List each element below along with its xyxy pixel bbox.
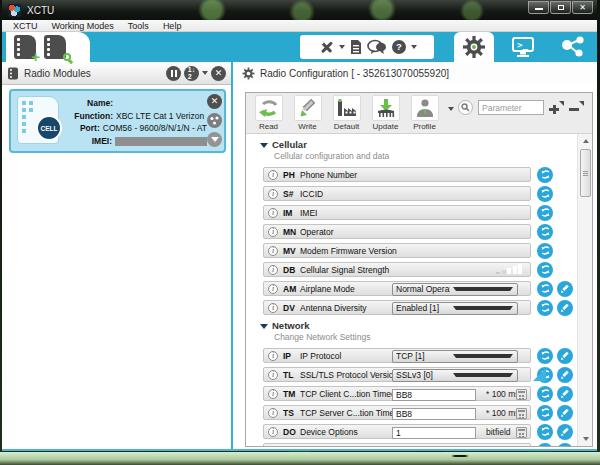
write-param-button[interactable] xyxy=(557,300,573,316)
info-icon[interactable]: i xyxy=(268,284,278,294)
sort-dropdown-icon[interactable] xyxy=(202,71,208,75)
section-header[interactable]: Cellular xyxy=(260,139,592,150)
section-header[interactable]: Network xyxy=(260,320,592,331)
param-select[interactable]: SSLv3 [0] xyxy=(392,369,518,382)
info-icon[interactable]: i xyxy=(268,351,278,361)
parameter-row-box[interactable]: i TS TCP Server C...tion Timeout * 100 m… xyxy=(263,405,531,420)
parameter-row-box[interactable]: i DB Cellular Signal Strength xyxy=(263,262,531,277)
menu-help[interactable]: Help xyxy=(156,21,189,31)
scroll-down-icon[interactable] xyxy=(579,433,592,445)
expand-all-icon[interactable] xyxy=(549,101,564,114)
tab-configuration[interactable] xyxy=(454,32,494,62)
add-module-icon[interactable]: + xyxy=(14,35,36,59)
parameter-row-box[interactable]: i DO Device Options bitfield xyxy=(263,424,531,439)
read-param-button[interactable] xyxy=(537,186,553,202)
read-param-button[interactable] xyxy=(537,348,553,364)
info-icon[interactable]: i xyxy=(268,389,278,399)
info-icon[interactable]: i xyxy=(268,170,278,180)
tab-network[interactable] xyxy=(550,32,596,62)
param-select[interactable]: Enabled [1] xyxy=(392,302,518,315)
parameter-row-box[interactable]: i TL SSL/TLS Protocol Version SSLv3 [0] xyxy=(263,367,531,382)
profile-button[interactable]: Profile xyxy=(407,95,442,131)
read-button[interactable]: Read xyxy=(251,95,286,131)
read-param-button[interactable] xyxy=(537,205,553,221)
menu-working-modes[interactable]: Working Modes xyxy=(45,21,121,31)
write-param-button[interactable] xyxy=(557,424,573,440)
minimize-button[interactable] xyxy=(528,1,549,14)
write-param-button[interactable] xyxy=(557,386,573,402)
read-param-button[interactable] xyxy=(537,243,553,259)
menu-tools[interactable]: Tools xyxy=(121,21,156,31)
info-icon[interactable]: i xyxy=(268,208,278,218)
parameter-row-box[interactable]: i PH Phone Number xyxy=(263,167,531,182)
parameter-row-box[interactable]: i DV Antenna Diversity Enabled [1] xyxy=(263,300,531,315)
collapse-section-icon[interactable] xyxy=(260,324,268,329)
parameter-row-box[interactable]: i IM IMEI xyxy=(263,205,531,220)
write-param-button[interactable] xyxy=(557,443,573,447)
info-icon[interactable]: i xyxy=(268,303,278,313)
info-icon[interactable]: i xyxy=(268,246,278,256)
help-icon[interactable]: ? xyxy=(391,39,407,55)
info-icon[interactable]: i xyxy=(268,446,278,447)
read-param-button[interactable] xyxy=(537,424,553,440)
read-param-button[interactable] xyxy=(537,224,553,240)
tools-icon[interactable] xyxy=(318,39,335,56)
write-param-button[interactable] xyxy=(557,348,573,364)
read-param-button[interactable] xyxy=(537,300,553,316)
write-param-button[interactable] xyxy=(557,405,573,421)
tools-dropdown-icon[interactable] xyxy=(339,45,345,49)
param-select[interactable]: TCP [1] xyxy=(392,350,518,363)
parameter-row-box[interactable]: i TM TCP Client C...tion Timeout * 100 m… xyxy=(263,386,531,401)
profile-dropdown-icon[interactable] xyxy=(448,107,454,111)
module-close-icon[interactable]: ✕ xyxy=(207,94,222,109)
read-param-button[interactable] xyxy=(537,443,553,447)
module-discovery-icon[interactable] xyxy=(207,113,222,128)
param-input[interactable] xyxy=(392,427,476,439)
scrollbar-thumb[interactable] xyxy=(580,149,591,197)
param-input[interactable] xyxy=(392,408,476,420)
param-input[interactable] xyxy=(392,446,518,447)
parameter-row-box[interactable]: i MN Operator xyxy=(263,224,531,239)
parameter-row-box[interactable]: i AM Airplane Mode Normal Operation [0] xyxy=(263,281,531,296)
info-icon[interactable]: i xyxy=(268,189,278,199)
read-param-button[interactable] xyxy=(537,405,553,421)
parameter-row-box[interactable]: i S# ICCID xyxy=(263,186,531,201)
collapse-panel-icon[interactable] xyxy=(166,66,181,81)
frames-log-icon[interactable] xyxy=(349,39,363,55)
read-param-button[interactable] xyxy=(537,386,553,402)
maximize-button[interactable] xyxy=(550,1,571,14)
feedback-icon[interactable] xyxy=(367,39,387,55)
info-icon[interactable]: i xyxy=(268,427,278,437)
read-param-button[interactable] xyxy=(537,281,553,297)
scroll-up-icon[interactable] xyxy=(579,135,592,147)
close-all-modules-icon[interactable]: ✕ xyxy=(211,66,226,81)
parameter-row-box[interactable]: i IP IP Protocol TCP [1] xyxy=(263,348,531,363)
help-dropdown-icon[interactable] xyxy=(411,45,417,49)
parameter-row-box[interactable]: i EQ Device Cloud FQDN xyxy=(263,443,531,446)
sort-modules-icon[interactable]: 1↓2 xyxy=(184,66,199,81)
calculator-icon[interactable] xyxy=(516,408,527,419)
write-button[interactable]: Write xyxy=(290,95,325,131)
param-input[interactable] xyxy=(392,389,476,401)
parameter-row-box[interactable]: i MV Modem Firmware Version xyxy=(263,243,531,258)
read-param-button[interactable] xyxy=(537,167,553,183)
parameter-search-input[interactable] xyxy=(478,100,544,115)
info-icon[interactable]: i xyxy=(268,227,278,237)
radio-module-card[interactable]: CELL Name: Function: XBC LTE Cat 1 Veriz… xyxy=(9,89,226,153)
tab-console[interactable]: >_ xyxy=(500,32,546,62)
read-param-button[interactable] xyxy=(537,262,553,278)
write-param-button[interactable] xyxy=(557,367,573,383)
info-icon[interactable]: i xyxy=(268,265,278,275)
scrollbar[interactable] xyxy=(577,134,592,446)
close-button[interactable]: ✕ xyxy=(572,1,593,14)
calculator-icon[interactable] xyxy=(516,427,527,438)
module-expand-icon[interactable] xyxy=(207,132,222,147)
calculator-icon[interactable] xyxy=(516,389,527,400)
menu-xctu[interactable]: XCTU xyxy=(6,21,45,31)
collapse-section-icon[interactable] xyxy=(260,143,268,148)
discover-module-icon[interactable] xyxy=(44,35,66,59)
param-select[interactable]: Normal Operation [0] xyxy=(392,283,518,296)
write-param-button[interactable] xyxy=(557,281,573,297)
update-button[interactable]: Update xyxy=(368,95,403,131)
collapse-all-icon[interactable] xyxy=(569,101,584,114)
